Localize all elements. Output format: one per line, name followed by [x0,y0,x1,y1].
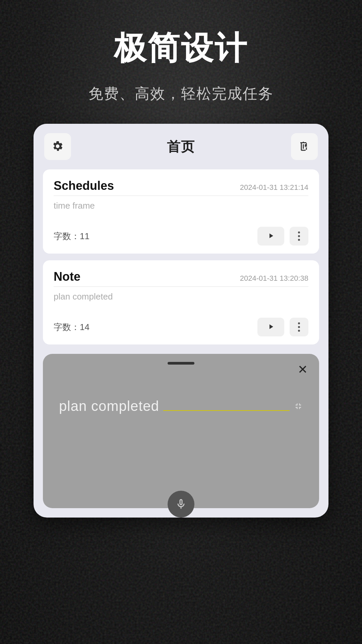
app-header: 首页 [34,124,328,169]
dots-icon [298,231,300,241]
close-icon: ✕ [298,363,308,377]
schedules-word-count: 字数：11 [54,230,89,242]
main-title: 极简设计 [114,27,248,70]
dots-icon [298,322,300,332]
schedules-card: Schedules 2024-01-31 13:21:14 time frame… [43,169,319,254]
schedules-more-button[interactable] [290,227,308,246]
note-card-divider [54,286,308,287]
modal-drag-handle [168,362,194,365]
note-modal: ✕ plan completed [43,354,319,508]
app-header-title: 首页 [167,138,195,156]
modal-mic-button[interactable] [168,491,194,518]
note-card-actions [257,318,308,336]
modal-cursor-line [163,410,290,411]
schedules-card-divider [54,196,308,196]
note-card-title: Note [54,270,80,284]
note-play-button[interactable] [257,318,284,336]
play-icon [267,232,275,241]
modal-text: plan completed [59,398,159,414]
compress-icon[interactable] [294,401,303,413]
subtitle: 免费、高效，轻松完成任务 [88,84,274,104]
note-more-button[interactable] [290,318,308,336]
note-card: Note 2024-01-31 13:20:38 plan completed … [43,260,319,344]
app-window: 首页 Schedules 2024-01-31 13:21:14 time fr… [34,124,328,518]
schedules-card-title: Schedules [54,179,114,193]
gear-icon [52,140,64,153]
schedules-card-preview: time frame [54,201,308,221]
settings-button[interactable] [44,133,71,160]
modal-content: plan completed [52,371,310,421]
note-card-preview: plan completed [54,291,308,312]
trash-clock-icon [298,140,310,153]
note-word-count: 字数：14 [54,321,89,333]
schedules-card-actions [257,227,308,246]
note-card-timestamp: 2024-01-31 13:20:38 [240,274,308,283]
cards-container: Schedules 2024-01-31 13:21:14 time frame… [34,169,328,354]
schedules-play-button[interactable] [257,227,284,246]
play-icon [267,323,275,332]
schedules-card-timestamp: 2024-01-31 13:21:14 [240,183,308,192]
history-button[interactable] [291,133,318,160]
modal-close-button[interactable]: ✕ [294,361,311,378]
